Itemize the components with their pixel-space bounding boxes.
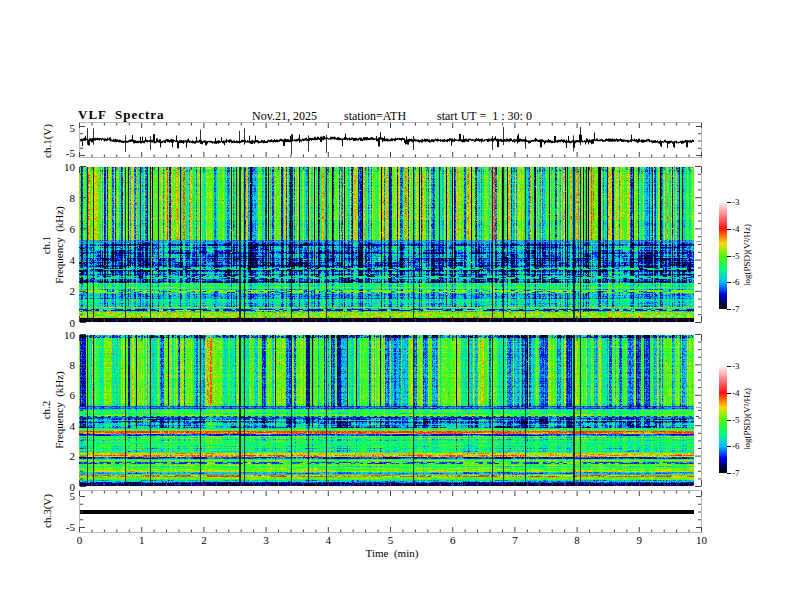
colorbar-2: [719, 366, 727, 473]
colorbar-2-tick-label: -6: [732, 442, 740, 451]
time-tick-label: 2: [189, 535, 219, 546]
time-tick-label: 5: [376, 535, 406, 546]
colorbar-1-tick-label: -7: [732, 305, 740, 314]
colorbar-1-tick: [727, 202, 731, 203]
ch1-wave-ytick-label: 5: [41, 123, 75, 133]
ch2-spec-ytick-label: 2: [41, 451, 75, 461]
time-tick-label: 3: [251, 535, 281, 546]
colorbar-1-tick: [727, 309, 731, 310]
ch2-spec-ytick-label: 4: [41, 421, 75, 431]
colorbar-1-tick: [727, 282, 731, 283]
colorbar1-title: log(PSD)(V²/Hz): [741, 185, 753, 325]
colorbar-1-tick-label: -4: [732, 225, 740, 234]
colorbar-2-tick: [727, 393, 731, 394]
colorbar-1: [719, 202, 727, 309]
ch1-spectrogram-panel: [79, 166, 702, 323]
ch1-spec-ytick-label: 2: [41, 286, 75, 296]
ch3-wave-ytick-label: 5: [41, 491, 75, 501]
colorbar-1-tick-label: -6: [732, 278, 740, 287]
ch1-wave-ytick-label: -5: [41, 148, 75, 158]
ch2-spec-ytick-label: 8: [41, 360, 75, 370]
ch1-spec-ytick-label: 6: [41, 224, 75, 234]
plot-title: VLF Spectra: [78, 107, 165, 123]
ch1-spec-ytick-label: 4: [41, 255, 75, 265]
colorbar2-title: log(PSD)(V²/Hz): [741, 349, 753, 489]
ch1-spec-ytick-label: 10: [41, 162, 75, 172]
ch1-spec-ytick-label: 8: [41, 193, 75, 203]
time-tick-label: 4: [313, 535, 343, 546]
colorbar-2-tick-label: -7: [732, 469, 740, 478]
time-axis-title: Time (min): [332, 546, 452, 560]
colorbar-2-tick-label: -3: [732, 362, 740, 371]
colorbar-2-tick: [727, 420, 731, 421]
time-tick-label: 9: [624, 535, 654, 546]
colorbar-2-tick: [727, 446, 731, 447]
colorbar-2-tick: [727, 366, 731, 367]
ch3-wave-ytick-label: -5: [41, 522, 75, 532]
colorbar-1-tick-label: -5: [732, 252, 740, 261]
ch2-spec-ytick-label: 10: [41, 330, 75, 340]
ch2-spec-ytick-label: 6: [41, 390, 75, 400]
time-tick-label: 6: [438, 535, 468, 546]
ch1-spec-ytick-label: 0: [41, 318, 75, 328]
vlf-spectra-figure: VLF Spectra Nov.21, 2025 station=ATH sta…: [0, 0, 792, 612]
colorbar-1-tick-label: -3: [732, 198, 740, 207]
time-tick-label: 1: [127, 535, 157, 546]
time-tick-label: 0: [65, 535, 95, 546]
ch2-spectrogram-panel: [79, 334, 702, 487]
colorbar-1-tick: [727, 256, 731, 257]
colorbar-2-tick: [727, 473, 731, 474]
colorbar-2-tick-label: -4: [732, 389, 740, 398]
ch3-wave-ylabel: ch.3(V): [40, 411, 54, 611]
time-tick-label: 8: [562, 535, 592, 546]
time-tick-label: 10: [687, 535, 717, 546]
colorbar-1-tick: [727, 229, 731, 230]
ch3-waveform-panel: [79, 490, 702, 533]
time-tick-label: 7: [500, 535, 530, 546]
ch1-waveform-panel: [79, 122, 702, 158]
colorbar-2-tick-label: -5: [732, 416, 740, 425]
